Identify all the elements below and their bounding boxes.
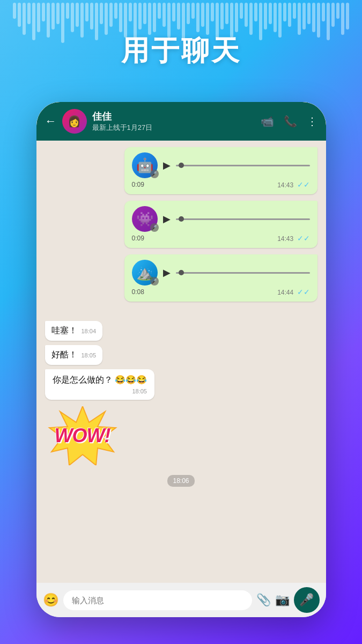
more-options-icon[interactable]: ⋮ <box>307 115 317 128</box>
voice-avatar-1: 🤖 🎤 <box>132 152 158 178</box>
mic-badge-2: 🎤 <box>150 223 159 232</box>
progress-bar-3 <box>176 272 310 274</box>
msg-text-3: 你是怎么做的？ 😂😂😂 <box>53 375 147 386</box>
voice-meta-1: 0:09 14:43 ✓✓ <box>132 180 310 189</box>
chat-header: ← 👩 佳佳 最新上线于1月27日 📹 📞 ⋮ <box>36 102 326 141</box>
text-bubble-received-3: 你是怎么做的？ 😂😂😂 18:05 <box>45 369 154 400</box>
progress-dot-3 <box>179 270 184 275</box>
voice-meta-2: 0:09 14:43 ✓✓ <box>132 234 310 243</box>
play-button-3[interactable]: ▶ <box>163 267 171 279</box>
voice-message-3: ⛰️ 🎤 ▶ 0:08 14:44 ✓✓ <box>45 254 317 302</box>
msg-time-received-2: 18:05 <box>82 352 97 358</box>
camera-icon[interactable]: 📷 <box>275 593 290 607</box>
audio-progress-3 <box>176 272 310 274</box>
contact-avatar: 👩 <box>62 109 87 134</box>
back-button[interactable]: ← <box>45 114 57 128</box>
attach-icon[interactable]: 📎 <box>256 593 271 607</box>
play-button-2[interactable]: ▶ <box>163 213 171 225</box>
text-bubble-received-2: 好酷！ 18:05 <box>45 345 103 365</box>
wow-sticker: WOW! <box>45 406 120 465</box>
sticker-container: WOW! <box>45 406 317 465</box>
voice-message-2: 👾 🎤 ▶ 0:09 14:43 ✓✓ <box>45 201 317 248</box>
audio-progress-1 <box>176 165 310 166</box>
video-call-icon[interactable]: 📹 <box>261 115 274 128</box>
voice-time-3: 14:44 ✓✓ <box>277 288 309 296</box>
voice-time-1: 14:43 ✓✓ <box>277 180 309 189</box>
progress-dot-2 <box>179 216 184 222</box>
read-receipt-3: ✓✓ <box>297 288 310 296</box>
contact-info: 佳佳 最新上线于1月27日 <box>92 110 255 133</box>
msg-time-received-3: 18:05 <box>53 388 147 394</box>
received-message-2: 好酷！ 18:05 <box>45 345 317 365</box>
voice-time-2: 14:43 ✓✓ <box>277 234 309 243</box>
mic-badge-3: 🎤 <box>150 277 159 286</box>
timestamp-badge: 18:06 <box>167 475 194 487</box>
voice-duration-3: 0:08 <box>132 288 144 296</box>
voice-bubble-1: 🤖 🎤 ▶ 0:09 14:43 ✓✓ <box>124 147 317 194</box>
chat-body: 🤖 🎤 ▶ 0:09 14:43 ✓✓ <box>36 141 326 583</box>
header-icons: 📹 📞 ⋮ <box>261 115 317 128</box>
phone-frame: ← 👩 佳佳 最新上线于1月27日 📹 📞 ⋮ 🤖 🎤 <box>36 102 326 617</box>
wow-text: WOW! <box>55 425 110 447</box>
voice-avatar-2: 👾 🎤 <box>132 206 158 232</box>
audio-progress-2 <box>176 218 310 220</box>
voice-bubble-3: ⛰️ 🎤 ▶ 0:08 14:44 ✓✓ <box>124 254 317 302</box>
voice-duration-2: 0:09 <box>132 235 144 242</box>
timestamp-center: 18:06 <box>45 475 317 487</box>
mic-icon: 🎤 <box>299 593 314 607</box>
chat-input-bar: 😊 📎 📷 🎤 <box>36 583 326 617</box>
voice-bubble-2: 👾 🎤 ▶ 0:09 14:43 ✓✓ <box>124 201 317 248</box>
msg-time-received-1: 18:04 <box>82 328 97 334</box>
voice-avatar-3: ⛰️ 🎤 <box>132 260 158 286</box>
read-receipt-2: ✓✓ <box>297 234 310 243</box>
msg-text-1: 哇塞！ <box>51 325 77 336</box>
message-input[interactable] <box>63 590 252 610</box>
progress-dot-1 <box>179 163 184 168</box>
spacer <box>45 308 317 317</box>
chat-app: ← 👩 佳佳 最新上线于1月27日 📹 📞 ⋮ 🤖 🎤 <box>36 102 326 617</box>
contact-name: 佳佳 <box>92 110 255 123</box>
read-receipt-1: ✓✓ <box>297 180 310 189</box>
progress-bar-2 <box>176 218 310 220</box>
mic-button[interactable]: 🎤 <box>294 587 320 613</box>
msg-text-2: 好酷！ <box>51 349 77 361</box>
phone-call-icon[interactable]: 📞 <box>284 115 297 128</box>
voice-message-1: 🤖 🎤 ▶ 0:09 14:43 ✓✓ <box>45 147 317 194</box>
play-button-1[interactable]: ▶ <box>163 159 171 171</box>
voice-meta-3: 0:08 14:44 ✓✓ <box>132 288 310 296</box>
emoji-button[interactable]: 😊 <box>43 592 59 608</box>
voice-duration-1: 0:09 <box>132 181 144 188</box>
contact-status: 最新上线于1月27日 <box>92 123 255 133</box>
mic-badge-1: 🎤 <box>150 170 159 178</box>
text-bubble-received-1: 哇塞！ 18:04 <box>45 321 103 341</box>
progress-bar-1 <box>176 165 310 166</box>
received-message-1: 哇塞！ 18:04 <box>45 321 317 341</box>
received-message-3: 你是怎么做的？ 😂😂😂 18:05 <box>45 369 317 400</box>
page-title: 用于聊天 <box>0 32 362 70</box>
